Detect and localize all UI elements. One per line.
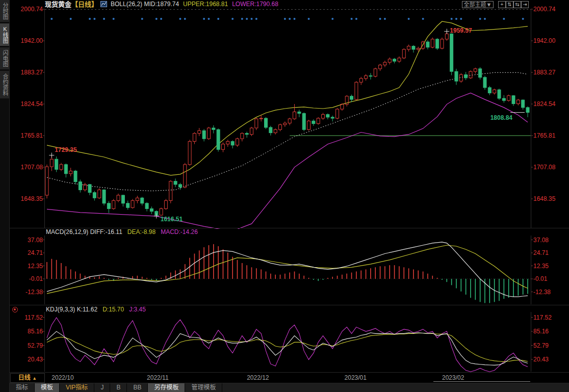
date-label-2022/12: 2022/12 [247, 374, 269, 381]
boll-lower-label: LOWER:1790.68 [232, 1, 278, 8]
tab-VIP指标[interactable]: VIP指标 [60, 383, 94, 392]
price-axis-label-right: 1942.00 [533, 37, 568, 44]
price-axis-label-left: 2000.74 [9, 6, 43, 13]
panel-divider-kdj [10, 305, 569, 305]
sidebar: 分时图K线图闪电图合约资料 [0, 0, 10, 392]
period-tag: 【日线】 [71, 1, 98, 8]
macd-axis-label-right: 12.35 [533, 263, 568, 270]
macd-axis-label-right: 24.71 [533, 249, 568, 256]
period-selector[interactable]: 日线 ▲ [10, 373, 45, 383]
tab-指标[interactable]: 指标 [10, 383, 35, 392]
date-label-2023/01: 2023/01 [345, 374, 367, 381]
triangle-up-icon: ▲ [32, 376, 37, 381]
tab-BB[interactable]: BB [127, 383, 148, 392]
kdj-title: KDJ(9,3,3) K:11.62 [46, 306, 97, 313]
kdj-axis-label-right: 20.43 [533, 356, 568, 363]
sidebar-item-K线图[interactable]: K线图 [0, 23, 9, 46]
price-axis-label-left: 1648.35 [9, 195, 43, 202]
sidebar-item-闪电图[interactable]: 闪电图 [0, 47, 9, 69]
price-axis-label-right: 1883.27 [533, 69, 568, 76]
candlestick-panel [45, 10, 531, 230]
tab-管理模板[interactable]: 管理模板 [185, 383, 222, 392]
price-axis-label-right: 1707.08 [533, 164, 568, 171]
date-label-2022/11: 2022/11 [147, 374, 169, 381]
price-annotation-1729.35: 1729.35 [55, 146, 77, 153]
macd-header: MACD(26,12,9) DIFF:-16.11DEA:-8.98MACD:-… [46, 228, 198, 236]
sidebar-item-分时图[interactable]: 分时图 [0, 0, 9, 22]
price-axis-label-right: 1648.35 [533, 195, 568, 202]
price-axis-label-left: 1707.08 [9, 164, 43, 171]
boll-upper-label: UPPER:1968.81 [183, 1, 228, 8]
tab-另存模板[interactable]: 另存模板 [148, 383, 185, 392]
trading-app: { "header": { "symbol": "现货黄金", "period_… [0, 0, 569, 392]
kdj-axis-label-left: 85.16 [9, 328, 43, 335]
tab-模板[interactable]: 模板 [35, 383, 60, 392]
price-axis-label-left: 1765.81 [9, 132, 43, 139]
price-axis-label-left: 1883.27 [9, 69, 43, 76]
price-annotation-1808.84: 1808.84 [490, 114, 513, 121]
scale-x-axis-icon[interactable]: ⇆ [513, 1, 521, 8]
kdj-axis-label-left: 52.79 [9, 342, 43, 349]
macd-title: MACD(26,12,9) DIFF:-16.11 [46, 228, 122, 236]
price-axis-label-right: 1765.81 [533, 132, 568, 139]
boll-settings-label: BOLL(26,2) MID:1879.74 [111, 1, 179, 8]
main-chart-canvas[interactable]: 1729.351616.511959.571808.84 [0, 0, 569, 392]
symbol-title: 现货黄金 [45, 1, 71, 8]
macd-axis-label-left: 24.71 [9, 249, 43, 256]
header-bar: 现货黄金【日线】BOLL(26,2) MID:1879.74UPPER:1968… [45, 1, 278, 8]
price-axis-label-right: 2000.74 [533, 6, 568, 13]
macd-axis-label-left: -12.38 [9, 289, 43, 296]
scale-y-axis-icon[interactable]: ⇅ [506, 1, 513, 8]
pan-right-icon[interactable]: ⇥ [521, 1, 529, 8]
price-annotation-1959.57: 1959.57 [450, 27, 472, 34]
kdj-d-label: D:15.70 [102, 306, 124, 313]
kdj-axis-label-right: 52.79 [533, 342, 568, 349]
price-axis-label-right: 1824.54 [533, 100, 568, 108]
sidebar-item-合约资料[interactable]: 合约资料 [0, 71, 9, 98]
kdj-axis-label-right: 85.16 [533, 328, 568, 335]
kdj-settings-icon[interactable] [12, 307, 18, 312]
macd-axis-label-left: 37.08 [9, 237, 43, 244]
panel-divider-dates [0, 372, 569, 373]
macd-axis-label-right: 37.08 [533, 237, 568, 244]
tab-B[interactable]: B [110, 383, 127, 392]
macd-axis-label-left: 12.35 [9, 263, 43, 270]
tab-J[interactable]: J [94, 383, 110, 392]
kdj-header: KDJ(9,3,3) K:11.62D:15.70J:3.45 [46, 306, 146, 313]
bottom-toolbar: 指标模板VIP指标JBBB另存模板管理模板 [10, 383, 569, 392]
price-annotation-1616.51: 1616.51 [161, 216, 183, 223]
theme-dropdown[interactable]: 全部主题▼ [462, 1, 494, 8]
macd-dea-label: DEA:-8.98 [127, 228, 156, 236]
kdj-j-label: J:3.45 [129, 306, 146, 313]
price-axis-label-left: 1942.00 [9, 37, 43, 44]
macd-axis-label-right: -0.01 [533, 275, 568, 282]
macd-axis-label-right: -12.38 [533, 289, 568, 296]
date-label-2023/02: 2023/02 [442, 374, 464, 381]
price-axis-label-left: 1824.54 [9, 100, 43, 108]
chart-type-icon [100, 1, 107, 7]
move-chart-icon[interactable]: + [498, 1, 506, 8]
macd-value-label: MACD:-14.26 [161, 228, 198, 236]
kdj-axis-label-left: 117.52 [9, 314, 43, 321]
macd-axis-label-left: -0.01 [9, 275, 43, 282]
date-label-2022/10: 2022/10 [51, 374, 73, 381]
period-selector-label: 日线 [18, 374, 31, 381]
kdj-axis-label-right: 117.52 [533, 314, 568, 321]
kdj-axis-label-left: 20.43 [9, 356, 43, 363]
scroll-indicator[interactable] [433, 381, 530, 382]
